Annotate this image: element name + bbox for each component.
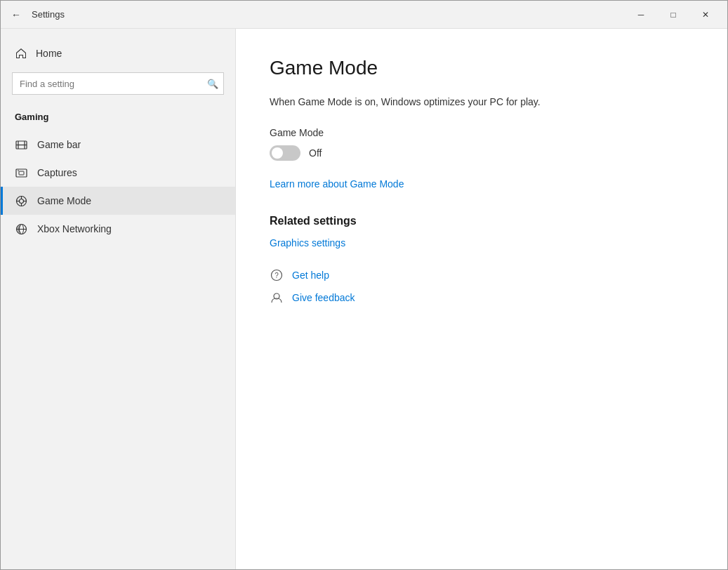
sidebar-item-home[interactable]: Home <box>1 40 235 67</box>
get-help-link[interactable]: Get help <box>292 270 329 281</box>
sidebar: Home 🔍 Gaming Game bar <box>1 29 236 569</box>
description: When Game Mode is on, Windows optimizes … <box>270 96 694 107</box>
home-label: Home <box>36 48 62 59</box>
close-button[interactable]: ✕ <box>689 1 722 29</box>
help-section: ? Get help Give feedback <box>270 268 694 305</box>
search-input[interactable] <box>12 72 224 95</box>
give-feedback-icon <box>270 291 284 305</box>
content-area: Home 🔍 Gaming Game bar <box>1 29 727 569</box>
get-help-icon: ? <box>270 268 284 282</box>
minimize-button[interactable]: ─ <box>625 1 657 29</box>
get-help-item[interactable]: ? Get help <box>270 268 694 282</box>
title-bar-title: Settings <box>32 9 65 20</box>
game-bar-label: Game bar <box>37 139 81 150</box>
learn-more-link[interactable]: Learn more about Game Mode <box>270 178 404 190</box>
sidebar-item-captures[interactable]: Captures <box>1 159 235 187</box>
maximize-button[interactable]: □ <box>657 1 689 29</box>
app-window: ← Settings ─ □ ✕ Home 🔍 <box>0 0 728 570</box>
sidebar-item-game-bar[interactable]: Game bar <box>1 131 235 159</box>
svg-text:?: ? <box>274 272 279 279</box>
captures-icon <box>15 166 27 179</box>
page-title: Game Mode <box>270 57 694 79</box>
sidebar-item-game-mode[interactable]: Game Mode <box>1 187 235 215</box>
toggle-label: Off <box>309 147 322 159</box>
title-bar-left: ← Settings <box>6 5 625 25</box>
sidebar-section-label: Gaming <box>1 106 235 131</box>
search-box: 🔍 <box>12 72 224 95</box>
game-mode-toggle[interactable] <box>270 145 300 161</box>
game-mode-setting-label: Game Mode <box>270 127 694 138</box>
game-bar-icon <box>15 138 27 151</box>
related-settings-title: Related settings <box>270 215 694 227</box>
svg-point-8 <box>19 199 23 203</box>
title-bar: ← Settings ─ □ ✕ <box>1 1 727 29</box>
graphics-settings-link[interactable]: Graphics settings <box>270 237 694 248</box>
svg-rect-5 <box>19 171 24 175</box>
xbox-networking-label: Xbox Networking <box>37 223 112 234</box>
toggle-row: Off <box>270 145 694 161</box>
captures-label: Captures <box>37 167 77 178</box>
home-icon <box>15 47 27 60</box>
sidebar-item-xbox-networking[interactable]: Xbox Networking <box>1 215 235 243</box>
title-bar-controls: ─ □ ✕ <box>625 1 722 29</box>
back-button[interactable]: ← <box>6 5 26 25</box>
game-mode-icon <box>15 194 27 207</box>
main-content: Game Mode When Game Mode is on, Windows … <box>236 29 727 569</box>
give-feedback-item[interactable]: Give feedback <box>270 291 694 305</box>
give-feedback-link[interactable]: Give feedback <box>292 292 355 303</box>
xbox-networking-icon <box>15 223 27 235</box>
game-mode-label: Game Mode <box>37 195 91 206</box>
